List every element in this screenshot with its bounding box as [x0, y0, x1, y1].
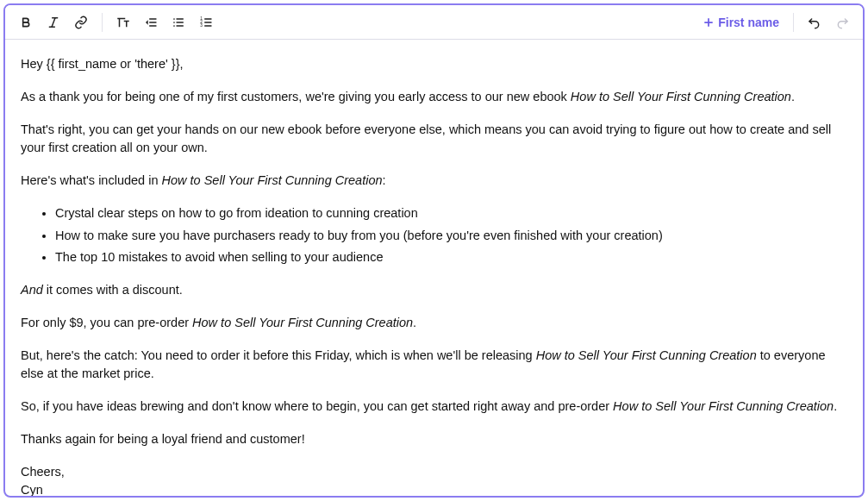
toolbar-group-history [802, 10, 854, 34]
italic-button[interactable] [41, 10, 66, 34]
list-item: How to make sure you have purchasers rea… [55, 227, 847, 246]
book-title: How to Sell Your First Cunning Creation [162, 173, 383, 187]
paragraph-included: Here's what's included in How to Sell Yo… [21, 172, 847, 191]
bullet-list-icon [172, 16, 185, 29]
redo-button[interactable] [830, 10, 854, 34]
toolbar: 123 First name [5, 5, 863, 40]
outdent-icon [144, 16, 158, 29]
undo-icon [808, 16, 821, 29]
book-title: How to Sell Your First Cunning Creation [192, 316, 413, 329]
undo-button[interactable] [802, 10, 827, 34]
bold-button[interactable] [14, 10, 38, 34]
text-size-icon [116, 15, 131, 30]
bullet-list-button[interactable] [166, 10, 190, 34]
svg-point-11 [173, 25, 175, 27]
svg-text:3: 3 [200, 23, 203, 28]
insert-first-name-label: First name [718, 16, 779, 29]
editor-container: 123 First name Hey {{ first_name or 'the… [3, 3, 865, 498]
outdent-button[interactable] [139, 10, 163, 34]
text-size-button[interactable] [111, 10, 135, 34]
paragraph-price: For only $9, you can pre-order How to Se… [21, 314, 847, 333]
link-button[interactable] [69, 10, 93, 34]
numbered-list-button[interactable]: 123 [194, 10, 218, 34]
numbered-list-icon: 123 [199, 16, 213, 29]
toolbar-separator [102, 13, 103, 32]
toolbar-group-text-format [14, 10, 93, 34]
paragraph-cta: So, if you have ideas brewing and don't … [21, 398, 847, 416]
italic-icon [47, 16, 60, 29]
book-title: How to Sell Your First Cunning Creation [536, 348, 757, 362]
list-item: Crystal clear steps on how to go from id… [55, 204, 847, 223]
insert-first-name-button[interactable]: First name [697, 12, 784, 33]
bold-icon [19, 16, 33, 29]
paragraph-discount: And it comes with a discount. [21, 281, 847, 300]
feature-list: Crystal clear steps on how to go from id… [21, 204, 847, 267]
toolbar-group-lists: 123 [111, 10, 218, 34]
toolbar-separator [793, 13, 794, 32]
plus-icon [703, 16, 715, 28]
paragraph-catch: But, here's the catch: You need to order… [21, 347, 847, 385]
book-title: How to Sell Your First Cunning Creation [571, 90, 791, 103]
svg-line-2 [52, 17, 55, 27]
svg-point-9 [173, 18, 175, 20]
paragraph-intro: As a thank you for being one of my first… [21, 88, 847, 107]
paragraph-greeting: Hey {{ first_name or 'there' }}, [21, 55, 847, 74]
svg-point-10 [173, 22, 175, 23]
paragraph-early-access: That's right, you can get your hands on … [21, 121, 847, 159]
redo-icon [835, 16, 849, 29]
list-item: The top 10 mistakes to avoid when sellin… [55, 248, 847, 267]
link-icon [74, 16, 88, 29]
paragraph-thanks: Thanks again for being a loyal friend an… [21, 430, 847, 449]
book-title: How to Sell Your First Cunning Creation [613, 399, 834, 413]
paragraph-signoff: Cheers, Cyn [21, 463, 847, 497]
editor-content[interactable]: Hey {{ first_name or 'there' }}, As a th… [5, 40, 863, 496]
